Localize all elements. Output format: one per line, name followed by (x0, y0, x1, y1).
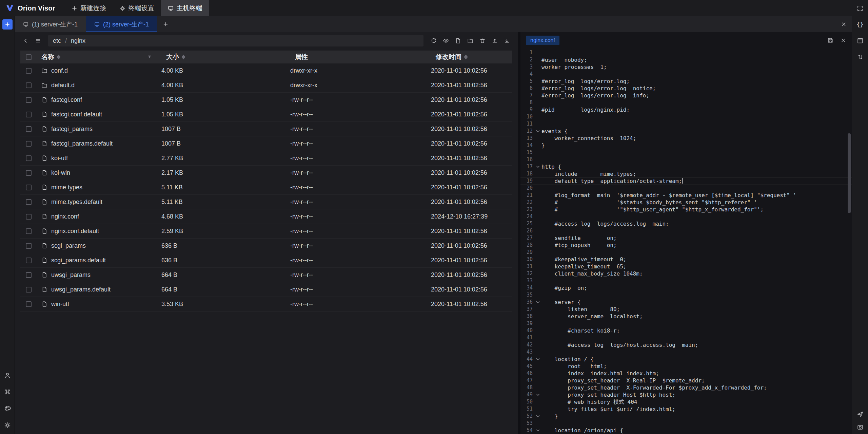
table-row[interactable]: uwsgi_params.default664 B-rw-r--r--2020-… (20, 282, 512, 297)
user-button[interactable] (4, 372, 11, 379)
code-line[interactable]: 47 proxy_set_header X-Real-IP $remote_ad… (520, 377, 852, 384)
code-line[interactable]: 52 } (520, 413, 852, 420)
row-checkbox[interactable] (26, 155, 32, 161)
code-line[interactable]: 48 proxy_set_header X-Forwarded-For $pro… (520, 384, 852, 391)
file-name[interactable]: nginx.conf (51, 213, 79, 220)
code-line[interactable]: 16 (520, 156, 852, 163)
tab-server-2-active[interactable]: (2) server-生产-1 (86, 16, 157, 32)
file-name[interactable]: koi-utf (51, 155, 68, 162)
code-line[interactable]: 24 (520, 213, 852, 220)
file-name-cell[interactable]: default.d (37, 82, 161, 89)
file-name-cell[interactable]: uwsgi_params (37, 271, 161, 279)
file-name-cell[interactable]: mime.types.default (37, 199, 161, 206)
table-row[interactable]: fastcgi_params.default1007 B-rw-r--r--20… (20, 136, 512, 151)
table-row[interactable]: mime.types.default5.11 KB-rw-r--r--2020-… (20, 195, 512, 209)
file-name-cell[interactable]: nginx.conf.default (37, 228, 161, 235)
back-button[interactable] (20, 35, 31, 46)
code-line[interactable]: 19 default_type application/octet-stream… (520, 177, 852, 185)
row-checkbox[interactable] (26, 170, 32, 176)
fold-toggle[interactable] (534, 128, 541, 135)
code-line[interactable]: 17http { (520, 163, 852, 170)
file-name-cell[interactable]: scgi_params (37, 242, 161, 249)
table-row[interactable]: mime.types5.11 KB-rw-r--r--2020-11-01 10… (20, 180, 512, 195)
file-name-cell[interactable]: uwsgi_params.default (37, 286, 161, 293)
row-checkbox[interactable] (26, 272, 32, 278)
fold-toggle[interactable] (534, 356, 541, 363)
code-line[interactable]: 40 #charset koi8-r; (520, 327, 852, 334)
code-line[interactable]: 44 location / { (520, 356, 852, 363)
code-line[interactable]: 32 client_max_body_size 1048m; (520, 270, 852, 277)
code-line[interactable]: 42 #access_log logs/host.access.log main… (520, 341, 852, 348)
refresh-button[interactable] (428, 35, 439, 46)
file-name-cell[interactable]: fastcgi.conf (37, 96, 161, 103)
sort-name[interactable] (57, 55, 60, 59)
editor-scrollbar-thumb[interactable] (848, 133, 851, 213)
fold-toggle[interactable] (534, 391, 541, 398)
row-checkbox[interactable] (26, 301, 32, 307)
tab-server-1[interactable]: (1) server-生产-1 (15, 16, 86, 32)
code-line[interactable]: 39 (520, 320, 852, 327)
new-folder-button[interactable] (465, 35, 476, 46)
row-checkbox[interactable] (26, 141, 32, 147)
upload-button[interactable] (489, 35, 500, 46)
save-button[interactable] (827, 37, 833, 43)
file-name[interactable]: fastcgi_params.default (51, 140, 113, 147)
code-line[interactable]: 15 (520, 149, 852, 156)
sort-size[interactable] (182, 55, 185, 59)
table-row[interactable]: fastcgi.conf.default1.05 KB-rw-r--r--202… (20, 107, 512, 122)
nav-new-connection[interactable]: 新建连接 (65, 0, 113, 16)
file-name[interactable]: conf.d (51, 67, 68, 74)
file-name[interactable]: scgi_params (51, 242, 86, 249)
code-line[interactable]: 50 # web history 模式 404 (520, 398, 852, 405)
fold-toggle[interactable] (534, 299, 541, 306)
select-all-checkbox[interactable] (26, 54, 32, 60)
code-line[interactable]: 29 (520, 249, 852, 256)
code-line[interactable]: 43 (520, 348, 852, 356)
code-line[interactable]: 7#error_log logs/error.log info; (520, 92, 852, 99)
table-row[interactable]: nginx.conf.default2.59 KB-rw-r--r--2020-… (20, 224, 512, 239)
new-file-button[interactable] (453, 35, 463, 46)
row-checkbox[interactable] (26, 112, 32, 117)
row-checkbox[interactable] (26, 258, 32, 263)
code-line[interactable]: 34 #gzip on; (520, 284, 852, 291)
table-row[interactable]: fastcgi.conf1.05 KB-rw-r--r--2020-11-01 … (20, 93, 512, 107)
table-row[interactable]: scgi_params636 B-rw-r--r--2020-11-01 10:… (20, 239, 512, 253)
row-checkbox[interactable] (26, 126, 32, 132)
file-name[interactable]: uwsgi_params.default (51, 286, 111, 293)
code-line[interactable]: 12events { (520, 128, 852, 135)
file-name[interactable]: fastcgi.conf (51, 96, 82, 103)
code-line[interactable]: 51 try_files $uri $uri/ /index.html; (520, 405, 852, 413)
path-breadcrumb[interactable]: etc / nginx (48, 35, 423, 46)
code-line[interactable]: 18 include mime.types; (520, 170, 852, 177)
file-name-cell[interactable]: fastcgi_params (37, 126, 161, 133)
file-name-cell[interactable]: fastcgi_params.default (37, 140, 161, 147)
settings-button[interactable] (4, 422, 11, 429)
fold-toggle[interactable] (534, 427, 541, 434)
code-line[interactable]: 5#error_log logs/error.log; (520, 78, 852, 85)
code-line[interactable]: 8 (520, 99, 852, 106)
theme-button[interactable] (4, 405, 11, 412)
row-checkbox[interactable] (26, 243, 32, 249)
column-name[interactable]: 名称 (37, 53, 161, 61)
editor-file-tag[interactable]: nginx.conf (526, 36, 559, 45)
row-checkbox[interactable] (26, 287, 32, 293)
code-line[interactable]: 21 #log_format main '$remote_addr - $rem… (520, 192, 852, 199)
file-manager-toggle-button[interactable] (857, 37, 864, 44)
file-name[interactable]: scgi_params.default (51, 257, 106, 264)
close-editor-button[interactable] (840, 37, 846, 43)
code-line[interactable]: 27 sendfile on; (520, 234, 852, 242)
open-new-connection-button[interactable] (2, 19, 13, 30)
table-row[interactable]: win-utf3.53 KB-rw-r--r--2020-11-01 10:02… (20, 297, 512, 312)
file-name-cell[interactable]: conf.d (37, 67, 161, 74)
file-name-cell[interactable]: mime.types (37, 184, 161, 191)
nav-terminal-settings[interactable]: 终端设置 (113, 0, 161, 16)
file-name[interactable]: fastcgi_params (51, 126, 93, 133)
code-line[interactable]: 10 (520, 113, 852, 120)
code-line[interactable]: 36 server { (520, 299, 852, 306)
code-line[interactable]: 2#user nobody; (520, 56, 852, 63)
code-line[interactable]: 20 (520, 185, 852, 192)
code-line[interactable]: 22 # '$status $body_bytes_sent "$http_re… (520, 199, 852, 206)
file-name-cell[interactable]: win-utf (37, 301, 161, 308)
nav-host-terminal[interactable]: 主机终端 (161, 0, 209, 16)
code-line[interactable]: 3worker_processes 1; (520, 63, 852, 71)
